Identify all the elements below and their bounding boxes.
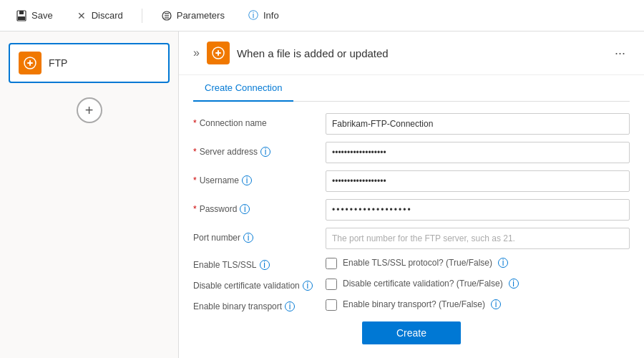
form-container: Create Connection * Connection name * Se… [179, 75, 644, 358]
add-icon: + [85, 102, 94, 119]
ftp-label: FTP [49, 57, 67, 69]
create-button-row: Create [193, 321, 630, 344]
more-options-button[interactable]: ··· [610, 44, 630, 62]
required-star-pw: * [193, 204, 197, 214]
right-header: » When a file is added or updated ··· [179, 32, 644, 75]
enable-tls-text: Enable TLS/SSL protocol? (True/False) [343, 258, 492, 268]
required-star-server: * [193, 147, 197, 157]
cert-info-icon[interactable]: i [303, 281, 313, 291]
tab-create-connection-label: Create Connection [205, 82, 282, 93]
save-button[interactable]: Save [11, 7, 57, 24]
trigger-icon [207, 42, 230, 64]
disable-cert-row: Disable certificate validation i Disable… [193, 277, 630, 291]
parameters-label: Parameters [177, 10, 225, 21]
main-layout: FTP + » When a file is added or updated … [0, 32, 644, 358]
trigger-title: When a file is added or updated [237, 47, 603, 59]
info-icon: ⓘ [248, 10, 259, 21]
parameters-button[interactable]: Parameters [157, 7, 229, 24]
enable-tls-label: Enable TLS/SSL i [193, 256, 326, 270]
enable-binary-label: Enable binary transport i [193, 298, 326, 311]
connection-name-label: * Connection name [193, 113, 326, 128]
expand-icon: » [193, 47, 200, 59]
enable-tls-right: Enable TLS/SSL protocol? (True/False) i [326, 256, 630, 269]
password-label: * Password i [193, 199, 326, 214]
binary-info-icon[interactable]: i [285, 301, 295, 311]
toolbar-divider [142, 9, 142, 23]
save-label: Save [31, 10, 53, 21]
username-row: * Username i [193, 170, 630, 192]
info-label: Info [263, 10, 279, 21]
required-star: * [193, 118, 197, 128]
tab-create-connection[interactable]: Create Connection [193, 75, 293, 102]
ftp-card[interactable]: FTP [9, 43, 170, 83]
discard-label: Discard [92, 10, 123, 21]
svg-rect-4 [165, 15, 169, 16]
enable-binary-right: Enable binary transport? (True/False) i [326, 298, 630, 311]
left-panel: FTP + [0, 32, 179, 358]
username-label: * Username i [193, 170, 326, 185]
server-address-label: * Server address i [193, 142, 326, 157]
disable-cert-label: Disable certificate validation i [193, 277, 326, 291]
port-number-label: Port number i [193, 228, 326, 243]
svg-rect-5 [165, 13, 169, 14]
enable-tls-row: Enable TLS/SSL i Enable TLS/SSL protocol… [193, 256, 630, 270]
info-button[interactable]: ⓘ Info [243, 7, 283, 24]
enable-tls-checkbox[interactable] [326, 258, 337, 269]
tabs: Create Connection [193, 75, 630, 102]
add-step-button[interactable]: + [77, 97, 102, 123]
svg-rect-1 [19, 11, 24, 14]
enable-binary-row: Enable binary transport i Enable binary … [193, 298, 630, 311]
toolbar: Save ✕ Discard Parameters ⓘ Info [0, 0, 644, 32]
ftp-icon [19, 52, 42, 74]
discard-button[interactable]: ✕ Discard [72, 7, 127, 24]
right-panel: » When a file is added or updated ··· Cr… [179, 32, 644, 358]
port-number-input[interactable] [326, 228, 630, 249]
server-address-input[interactable] [326, 142, 630, 163]
tls-checkbox-info-icon[interactable]: i [498, 258, 508, 268]
server-address-info-icon[interactable]: i [260, 147, 270, 157]
tls-info-icon[interactable]: i [260, 260, 270, 270]
enable-binary-text: Enable binary transport? (True/False) [343, 299, 485, 309]
server-address-row: * Server address i [193, 142, 630, 163]
create-button[interactable]: Create [362, 321, 461, 344]
disable-cert-right: Disable certificate validation? (True/Fa… [326, 277, 630, 290]
port-info-icon[interactable]: i [243, 233, 253, 243]
username-input[interactable] [326, 170, 630, 192]
save-icon [16, 10, 27, 21]
svg-rect-2 [18, 16, 25, 20]
password-row: * Password i [193, 199, 630, 221]
enable-binary-checkbox[interactable] [326, 299, 337, 311]
cert-checkbox-info-icon[interactable]: i [509, 279, 519, 289]
password-info-icon[interactable]: i [240, 204, 250, 214]
connection-name-row: * Connection name [193, 113, 630, 135]
svg-rect-6 [165, 17, 169, 18]
parameters-icon [161, 10, 172, 21]
port-number-row: Port number i [193, 228, 630, 249]
disable-cert-checkbox[interactable] [326, 279, 337, 290]
required-star-user: * [193, 175, 197, 185]
disable-cert-text: Disable certificate validation? (True/Fa… [343, 279, 503, 289]
discard-icon: ✕ [76, 10, 87, 21]
password-input[interactable] [326, 199, 630, 221]
binary-checkbox-info-icon[interactable]: i [491, 299, 501, 309]
connection-name-input[interactable] [326, 113, 630, 135]
create-button-label: Create [396, 327, 426, 339]
username-info-icon[interactable]: i [242, 175, 252, 185]
